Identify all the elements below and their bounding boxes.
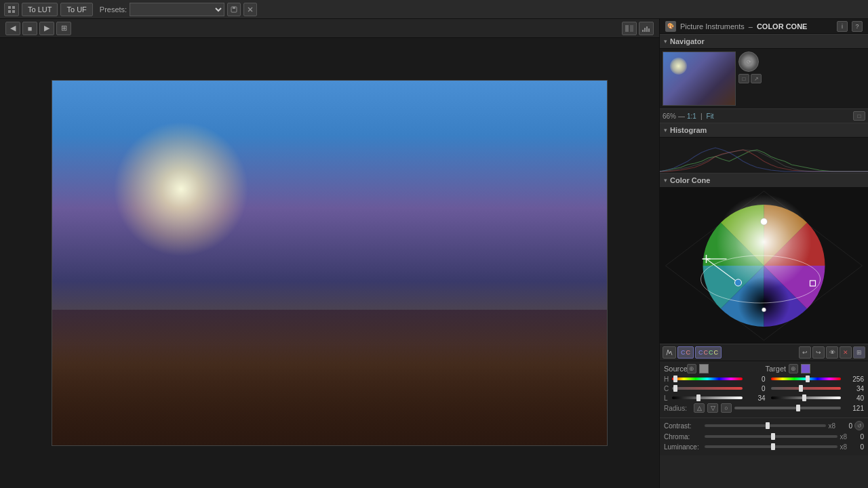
contrast-reset-btn[interactable]: ↺ <box>854 421 864 430</box>
luminance-label: Luminance: <box>664 443 705 451</box>
l-source-slider[interactable] <box>672 394 743 402</box>
navigator-controls: ⟳ □ ↗ <box>738 52 762 83</box>
next-image-button[interactable]: ▶ <box>39 22 54 35</box>
luminance-slider[interactable] <box>705 443 837 451</box>
cc-undo-btn[interactable]: ↩ <box>799 346 811 359</box>
svg-rect-13 <box>648 28 650 32</box>
radius-row: Radius: △ ▽ ○ 121 <box>664 403 864 413</box>
l-source-value: 34 <box>745 394 766 402</box>
cc-draw-btn[interactable] <box>663 346 676 359</box>
contrast-slider[interactable] <box>705 422 826 430</box>
svg-point-24 <box>761 218 768 225</box>
h-label: H <box>664 375 672 383</box>
radius-slider[interactable] <box>734 404 841 412</box>
histogram-section: ▾ Histogram <box>660 123 868 173</box>
bushes-foreground <box>52 344 607 445</box>
app-icon-btn[interactable] <box>4 3 19 16</box>
colorcone-section: ▾ Color Cone <box>660 173 868 361</box>
top-toolbar: To LUT To UF Presets: <box>0 0 868 19</box>
h-source-slider[interactable] <box>672 375 743 383</box>
histogram-section-header[interactable]: ▾ Histogram <box>660 123 868 138</box>
svg-rect-8 <box>625 25 629 32</box>
colorcone-content[interactable] <box>660 188 868 344</box>
h-target-slider[interactable] <box>771 375 842 383</box>
cc-eye-btn[interactable]: 👁 <box>826 346 838 359</box>
h-target-value: 256 <box>844 375 864 383</box>
luminance-mult: x8 <box>840 443 847 451</box>
histogram-toggle[interactable] <box>639 22 654 35</box>
svg-rect-2 <box>8 10 11 13</box>
histogram-svg <box>660 138 868 173</box>
svg-rect-9 <box>630 25 633 32</box>
c-label: C <box>664 385 672 392</box>
svg-rect-1 <box>12 6 15 9</box>
svg-rect-14 <box>660 138 868 173</box>
luminance-value: 0 <box>849 443 864 451</box>
source-colorbox[interactable] <box>699 364 709 373</box>
source-eyedropper[interactable]: ⊕ <box>687 364 696 373</box>
c-target-slider[interactable] <box>771 384 842 392</box>
c-source-slider[interactable] <box>672 384 743 392</box>
view-mode-button[interactable] <box>622 22 637 35</box>
target-header: Target ⊕ <box>766 364 865 373</box>
radius-decrease-btn[interactable]: △ <box>694 403 705 413</box>
cc-expand-btn[interactable]: ⊞ <box>853 346 865 359</box>
colorcone-svg <box>660 188 868 344</box>
navigator-zoom-1to1[interactable]: 1:1 <box>687 113 696 120</box>
app-separator: – <box>749 22 753 30</box>
colorcone-collapse-arrow: ▾ <box>664 177 667 184</box>
svg-rect-10 <box>642 30 644 32</box>
c-source-value: 0 <box>745 385 766 392</box>
source-target-section: Source ⊕ Target ⊕ H 0 <box>660 361 868 418</box>
navigator-thumbnail[interactable] <box>663 52 736 106</box>
image-canvas[interactable] <box>0 38 659 488</box>
stop-button[interactable]: ■ <box>22 22 37 35</box>
navigator-wheel[interactable]: ⟳ <box>738 52 759 72</box>
presets-select[interactable] <box>130 3 224 16</box>
navigator-content: ⟳ □ ↗ <box>660 49 868 108</box>
save-preset-button[interactable] <box>227 3 241 16</box>
navigator-zoom-fit[interactable]: Fit <box>707 113 714 120</box>
app-help-button[interactable]: ? <box>852 21 863 32</box>
delete-preset-button[interactable] <box>243 3 257 16</box>
adjustment-section: Contrast: x8 0 ↺ Chroma: x8 <box>660 418 868 455</box>
svg-rect-11 <box>644 28 646 32</box>
nav-small-btn-2[interactable]: ↗ <box>751 74 762 83</box>
navigator-section-header[interactable]: ▾ Navigator <box>660 34 868 49</box>
nav-small-btn-1[interactable]: □ <box>738 74 749 83</box>
to-uf-button[interactable]: To UF <box>60 3 92 16</box>
chroma-slider[interactable] <box>705 432 837 441</box>
luminance-row: Luminance: x8 0 <box>664 443 864 451</box>
svg-rect-3 <box>12 10 15 13</box>
landscape-background <box>52 81 607 445</box>
app-icon: 🎨 <box>665 21 676 32</box>
target-eyedropper[interactable]: ⊕ <box>789 364 798 373</box>
image-toolbar: ◀ ■ ▶ ⊞ <box>0 19 659 38</box>
radius-reset-btn[interactable]: ○ <box>721 403 732 413</box>
main-content: ◀ ■ ▶ ⊞ <box>0 19 868 488</box>
cc-cc-btn[interactable]: CC <box>677 346 694 359</box>
radius-value: 121 <box>844 405 864 412</box>
prev-image-button[interactable]: ◀ <box>5 22 20 35</box>
source-target-header-row: Source ⊕ Target ⊕ <box>664 364 864 373</box>
target-colorbox[interactable] <box>801 364 810 373</box>
chroma-mult: x8 <box>840 433 847 441</box>
radius-increase-btn[interactable]: ▽ <box>707 403 718 413</box>
cc-x-btn[interactable]: ✕ <box>840 346 852 359</box>
colorcone-section-header[interactable]: ▾ Color Cone <box>660 173 868 188</box>
l-target-slider[interactable] <box>771 394 842 402</box>
fullscreen-button[interactable]: ⊞ <box>56 22 71 35</box>
nav-button-group: ◀ ■ ▶ ⊞ <box>5 22 71 35</box>
to-lut-button[interactable]: To LUT <box>22 3 58 16</box>
navigator-extra-btn[interactable]: □ <box>853 111 865 121</box>
presets-label: Presets: <box>100 5 127 14</box>
cc-cccc-btn[interactable]: CCCC <box>695 346 722 359</box>
cc-redo-btn[interactable]: ↪ <box>812 346 825 359</box>
contrast-row: Contrast: x8 0 ↺ <box>664 421 864 430</box>
contrast-mult: x8 <box>828 422 835 430</box>
navigator-zoom-row: 66% — 1:1 | Fit □ <box>660 108 868 123</box>
app-info-button[interactable]: i <box>837 21 848 32</box>
navigator-title: Navigator <box>670 37 705 45</box>
contrast-value: 0 <box>837 422 852 430</box>
navigator-zoom-value: 66% <box>663 113 676 120</box>
